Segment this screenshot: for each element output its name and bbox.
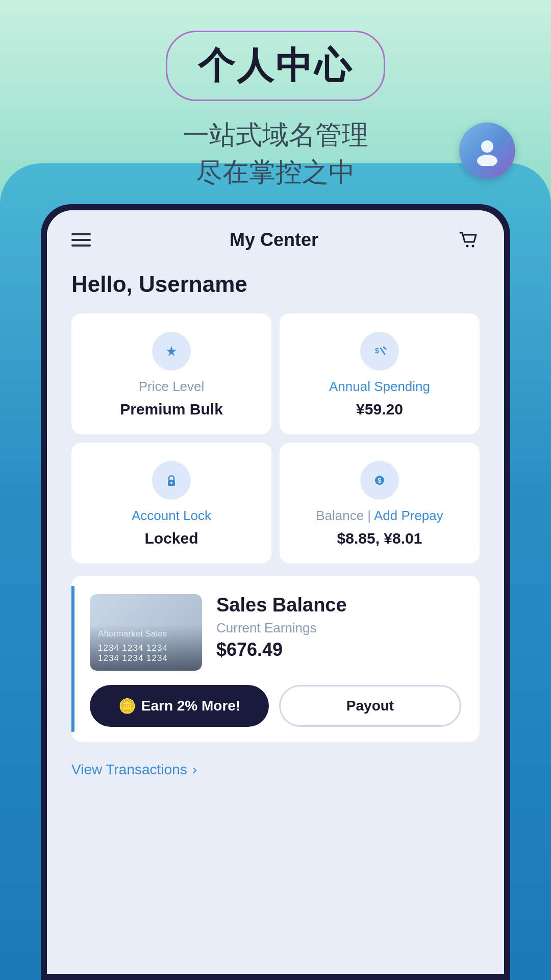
- dollar-edit-icon: $: [369, 341, 390, 361]
- balance-value: $8.85, ¥8.01: [337, 530, 422, 547]
- account-lock-card[interactable]: Account Lock Locked: [71, 443, 271, 564]
- subtitle: 一站式域名管理 尽在掌控之中: [183, 116, 368, 191]
- add-prepay-label[interactable]: Add Prepay: [374, 508, 443, 523]
- sales-balance-section: Aftermarket Sales 1234 1234 1234 1234 12…: [71, 576, 480, 742]
- page-title-chinese: 个人中心: [198, 45, 353, 86]
- nav-title: My Center: [230, 229, 318, 251]
- earn-button-label: Earn 2% More!: [141, 698, 241, 714]
- dollar-circle-icon: $: [369, 470, 390, 491]
- balance-label: Balance | Add Prepay: [316, 508, 443, 524]
- accent-bar: [71, 586, 74, 732]
- menu-button[interactable]: [71, 233, 91, 247]
- annual-spending-icon-circle: $: [360, 332, 399, 371]
- svg-text:$: $: [378, 477, 382, 484]
- subtitle-line1: 一站式域名管理: [183, 120, 368, 150]
- star-icon: [161, 341, 182, 361]
- svg-point-11: [170, 482, 172, 484]
- coin-icon: 🪙: [118, 698, 136, 715]
- greeting-text: Hello, Username: [71, 272, 247, 297]
- avatar-container[interactable]: [459, 122, 515, 179]
- top-nav: My Center: [47, 210, 504, 261]
- title-oval: 个人中心: [166, 31, 385, 101]
- buttons-row: 🪙 Earn 2% More! Payout: [90, 685, 461, 727]
- account-lock-value: Locked: [144, 530, 198, 547]
- sales-balance-title: Sales Balance: [216, 594, 461, 616]
- credit-card-number2: 1234 1234 1234: [98, 653, 194, 664]
- payout-button[interactable]: Payout: [279, 685, 461, 727]
- hello-section: Hello, Username: [47, 261, 504, 309]
- phone-frame: My Center Hello, Username Price: [41, 204, 510, 980]
- price-level-card[interactable]: Price Level Premium Bulk: [71, 313, 271, 434]
- svg-point-1: [477, 155, 497, 166]
- credit-card-label: Aftermarket Sales: [98, 629, 194, 639]
- user-icon: [472, 135, 503, 166]
- earn-button[interactable]: 🪙 Earn 2% More!: [90, 685, 269, 727]
- credit-card-number1: 1234 1234 1234: [98, 643, 194, 653]
- menu-line-3: [71, 244, 91, 247]
- menu-line-2: [71, 239, 91, 241]
- account-lock-icon-circle: [152, 461, 191, 500]
- chevron-right-icon: ›: [192, 762, 197, 778]
- cart-icon[interactable]: [457, 229, 480, 251]
- payout-button-label: Payout: [346, 698, 394, 714]
- current-earnings-label: Current Earnings: [216, 620, 461, 636]
- balance-icon-circle: $: [360, 461, 399, 500]
- view-transactions-text: View Transactions: [71, 762, 187, 778]
- earnings-value: $676.49: [216, 639, 461, 660]
- svg-point-0: [481, 140, 493, 153]
- balance-label-gray: Balance |: [316, 508, 374, 523]
- scroll-area: Aftermarket Sales 1234 1234 1234 1234 12…: [47, 576, 504, 974]
- credit-card-graphic: Aftermarket Sales 1234 1234 1234 1234 12…: [90, 594, 202, 671]
- svg-point-2: [466, 245, 468, 248]
- price-level-label: Price Level: [139, 379, 205, 395]
- account-lock-label: Account Lock: [132, 508, 211, 524]
- price-level-value: Premium Bulk: [120, 401, 223, 418]
- view-transactions-link[interactable]: View Transactions ›: [47, 752, 504, 783]
- subtitle-line2: 尽在掌控之中: [196, 157, 355, 187]
- svg-point-5: [369, 341, 390, 361]
- sales-section-inner: Aftermarket Sales 1234 1234 1234 1234 12…: [90, 594, 461, 671]
- sales-info: Sales Balance Current Earnings $676.49: [216, 594, 461, 660]
- price-level-icon-circle: [152, 332, 191, 371]
- avatar[interactable]: [459, 122, 515, 179]
- cards-grid: Price Level Premium Bulk $ Annual Spendi…: [47, 309, 504, 576]
- svg-text:$: $: [375, 347, 379, 355]
- annual-spending-value: ¥59.20: [356, 401, 403, 418]
- lock-icon: [161, 470, 182, 491]
- svg-point-3: [471, 245, 474, 248]
- phone-screen: My Center Hello, Username Price: [47, 210, 504, 974]
- annual-spending-card[interactable]: $ Annual Spending ¥59.20: [280, 313, 480, 434]
- menu-line-1: [71, 233, 91, 235]
- balance-card[interactable]: $ Balance | Add Prepay $8.85, ¥8.01: [280, 443, 480, 564]
- annual-spending-label: Annual Spending: [329, 379, 430, 395]
